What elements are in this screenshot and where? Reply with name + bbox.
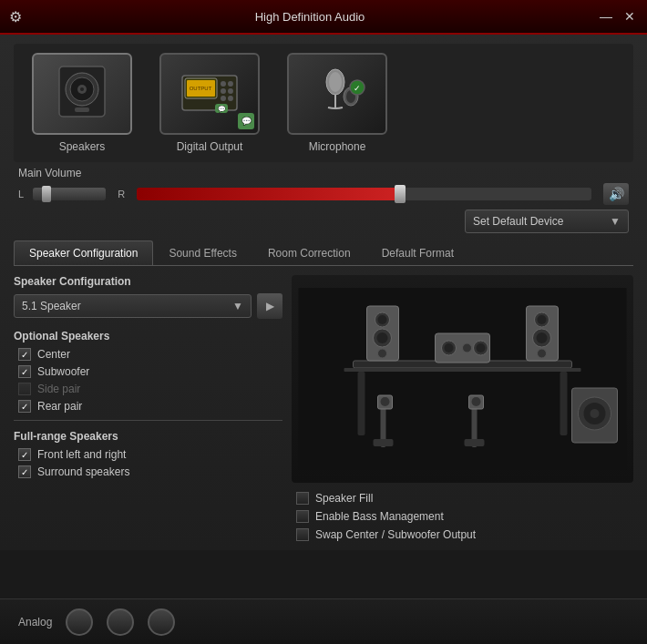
svg-point-13 xyxy=(228,88,233,94)
svg-point-50 xyxy=(591,409,600,418)
default-device-label: Set Default Device xyxy=(473,215,563,228)
minimize-button[interactable]: — xyxy=(598,9,614,24)
surround-label: Surround speakers xyxy=(37,465,129,478)
checkbox-subwoofer[interactable]: Subwoofer xyxy=(14,365,282,378)
play-button[interactable]: ▶ xyxy=(257,293,282,319)
tab-speaker-configuration[interactable]: Speaker Configuration xyxy=(14,240,153,265)
device-speakers[interactable]: Speakers xyxy=(32,53,132,153)
svg-point-12 xyxy=(221,88,226,94)
tab-content: Speaker Configuration 5.1 Speaker ▼ ▶ Op… xyxy=(14,275,633,483)
microphone-icon-box: ✓ xyxy=(287,53,387,135)
side-pair-label: Side pair xyxy=(37,383,80,395)
svg-point-4 xyxy=(80,87,84,91)
tabs-row: Speaker Configuration Sound Effects Room… xyxy=(14,240,633,266)
speaker-config-row: 5.1 Speaker ▼ ▶ xyxy=(14,293,282,319)
front-lr-checkbox[interactable] xyxy=(18,448,31,461)
divider-1 xyxy=(14,420,282,421)
surround-checkbox[interactable] xyxy=(18,465,31,478)
vol-balance-thumb[interactable] xyxy=(42,186,51,202)
bass-management-label: Enable Bass Management xyxy=(315,510,444,523)
volume-section: Main Volume L R 🔊 xyxy=(14,162,633,210)
bottom-options-row: Speaker Fill Enable Bass Management Swap… xyxy=(14,492,633,541)
speakers-label: Speakers xyxy=(59,140,106,153)
speaker-diagram-svg xyxy=(292,288,633,470)
device-digital-output[interactable]: OUTPUT 💬 💬 Digital Output xyxy=(159,53,260,153)
bass-management-checkbox[interactable] xyxy=(296,510,309,523)
digital-output-label: Digital Output xyxy=(177,140,243,153)
svg-rect-26 xyxy=(344,368,581,372)
vol-l-label: L xyxy=(18,189,24,199)
optional-speakers-title: Optional Speakers xyxy=(14,330,282,342)
gear-icon[interactable]: ⚙ xyxy=(9,8,22,26)
device-microphone[interactable]: ✓ Microphone xyxy=(287,53,387,153)
front-lr-label: Front left and right xyxy=(37,448,126,461)
chat-badge: 💬 xyxy=(238,113,254,129)
checkbox-center[interactable]: Center xyxy=(14,348,282,361)
svg-point-14 xyxy=(221,96,226,101)
speaker-fill-checkbox[interactable] xyxy=(296,492,309,505)
svg-point-37 xyxy=(378,315,387,324)
speakers-icon-box xyxy=(32,53,132,135)
svg-point-19 xyxy=(329,72,342,92)
speaker-config-dropdown[interactable]: 5.1 Speaker ▼ xyxy=(14,294,252,318)
microphone-svg: ✓ xyxy=(301,62,374,126)
default-device-dropdown[interactable]: Set Default Device ▼ xyxy=(465,210,629,233)
tab-room-correction[interactable]: Room Correction xyxy=(252,240,366,265)
bottom-circle-3[interactable] xyxy=(148,608,175,636)
svg-text:💬: 💬 xyxy=(218,105,226,113)
speakers-svg xyxy=(46,62,118,126)
fullrange-section: Full-range Speakers Front left and right… xyxy=(14,430,282,478)
checkbox-front-lr[interactable]: Front left and right xyxy=(14,448,282,461)
checkbox-rear-pair[interactable]: Rear pair xyxy=(14,400,282,413)
right-bottom-options: Speaker Fill Enable Bass Management Swap… xyxy=(296,492,633,541)
swap-center-label: Swap Center / Subwoofer Output xyxy=(315,528,476,541)
swap-center-checkbox[interactable] xyxy=(296,528,309,541)
option-speaker-fill[interactable]: Speaker Fill xyxy=(296,492,633,505)
svg-rect-52 xyxy=(374,439,394,446)
subwoofer-checkbox[interactable] xyxy=(18,365,31,378)
rear-pair-checkbox[interactable] xyxy=(18,400,31,413)
svg-rect-5 xyxy=(75,107,89,112)
center-label: Center xyxy=(37,348,70,361)
tab-default-format[interactable]: Default Format xyxy=(366,240,469,265)
svg-point-34 xyxy=(477,343,486,353)
bottom-circle-2[interactable] xyxy=(107,608,134,636)
rear-pair-label: Rear pair xyxy=(37,400,82,413)
fullrange-title: Full-range Speakers xyxy=(14,430,282,443)
main-content: Speakers OUTPUT xyxy=(0,35,647,550)
svg-point-43 xyxy=(538,315,547,324)
side-pair-checkbox[interactable] xyxy=(18,383,31,395)
checkbox-side-pair[interactable]: Side pair xyxy=(14,383,282,395)
vol-r-label: R xyxy=(118,189,125,199)
svg-point-58 xyxy=(472,397,481,406)
option-swap-center[interactable]: Swap Center / Subwoofer Output xyxy=(296,528,633,541)
tab-sound-effects[interactable]: Sound Effects xyxy=(153,240,252,265)
option-bass-management[interactable]: Enable Bass Management xyxy=(296,510,633,523)
svg-point-45 xyxy=(537,332,548,343)
microphone-label: Microphone xyxy=(309,140,366,153)
close-button[interactable]: ✕ xyxy=(621,9,638,24)
speaker-config-value: 5.1 Speaker xyxy=(22,300,81,312)
analog-label: Analog xyxy=(18,616,52,629)
checkbox-surround[interactable]: Surround speakers xyxy=(14,465,282,478)
center-checkbox[interactable] xyxy=(18,348,31,361)
bottom-bar: Analog xyxy=(0,598,647,644)
mute-button[interactable]: 🔊 xyxy=(603,183,629,205)
speaker-diagram-panel xyxy=(292,275,633,483)
dropdown-arrow-icon: ▼ xyxy=(610,215,621,228)
svg-point-46 xyxy=(538,349,547,358)
left-panel: Speaker Configuration 5.1 Speaker ▼ ▶ Op… xyxy=(14,275,282,483)
left-bottom xyxy=(14,492,282,541)
titlebar: ⚙ High Definition Audio — ✕ xyxy=(0,0,647,35)
main-volume-slider[interactable] xyxy=(137,188,591,200)
svg-point-31 xyxy=(445,343,454,353)
svg-rect-56 xyxy=(465,439,485,446)
svg-rect-28 xyxy=(560,372,568,435)
svg-point-15 xyxy=(228,96,233,101)
volume-label: Main Volume xyxy=(18,167,629,179)
speaker-config-dropdown-arrow: ▼ xyxy=(232,300,243,312)
svg-point-39 xyxy=(377,332,388,343)
bottom-circle-1[interactable] xyxy=(66,608,93,636)
volume-thumb[interactable] xyxy=(395,185,406,203)
speaker-config-section-title: Speaker Configuration xyxy=(14,275,282,288)
